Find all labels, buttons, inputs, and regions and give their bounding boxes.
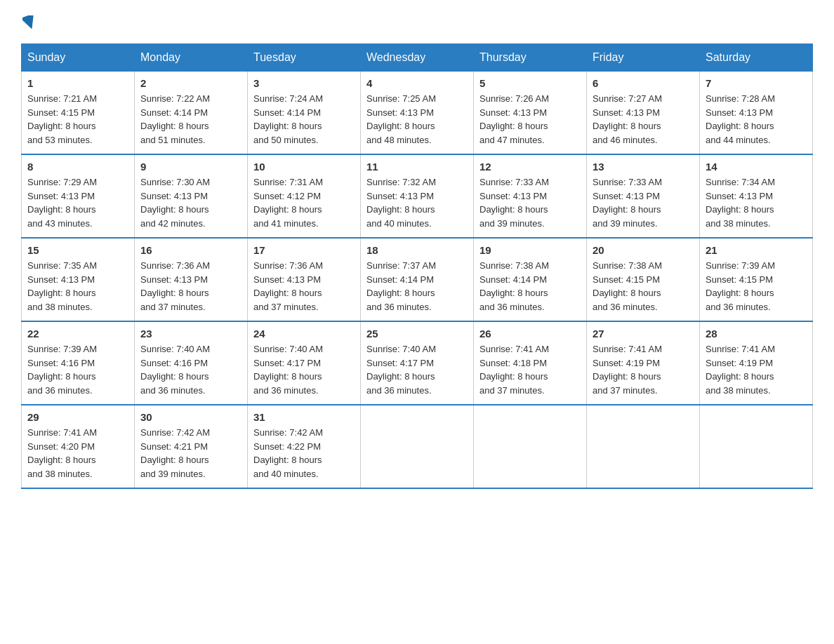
calendar-cell: 17 Sunrise: 7:36 AM Sunset: 4:13 PM Dayl… xyxy=(248,238,361,321)
calendar-cell: 28 Sunrise: 7:41 AM Sunset: 4:19 PM Dayl… xyxy=(700,321,813,405)
day-number: 5 xyxy=(479,77,581,89)
calendar-cell: 1 Sunrise: 7:21 AM Sunset: 4:15 PM Dayli… xyxy=(22,72,135,155)
calendar-cell: 16 Sunrise: 7:36 AM Sunset: 4:13 PM Dayl… xyxy=(135,238,248,321)
day-info: Sunrise: 7:38 AM Sunset: 4:15 PM Dayligh… xyxy=(593,259,694,314)
day-info: Sunrise: 7:25 AM Sunset: 4:13 PM Dayligh… xyxy=(366,92,468,147)
calendar-table: SundayMondayTuesdayWednesdayThursdayFrid… xyxy=(21,43,813,489)
day-info: Sunrise: 7:29 AM Sunset: 4:13 PM Dayligh… xyxy=(27,175,128,230)
day-info: Sunrise: 7:41 AM Sunset: 4:18 PM Dayligh… xyxy=(479,342,581,397)
calendar-week-1: 1 Sunrise: 7:21 AM Sunset: 4:15 PM Dayli… xyxy=(22,72,813,155)
weekday-header-monday: Monday xyxy=(135,44,248,72)
day-info: Sunrise: 7:32 AM Sunset: 4:13 PM Dayligh… xyxy=(366,175,468,230)
day-info: Sunrise: 7:22 AM Sunset: 4:14 PM Dayligh… xyxy=(140,92,241,147)
day-info: Sunrise: 7:27 AM Sunset: 4:13 PM Dayligh… xyxy=(593,92,694,147)
weekday-header-tuesday: Tuesday xyxy=(248,44,361,72)
calendar-cell: 4 Sunrise: 7:25 AM Sunset: 4:13 PM Dayli… xyxy=(361,72,474,155)
calendar-cell: 6 Sunrise: 7:27 AM Sunset: 4:13 PM Dayli… xyxy=(587,72,700,155)
day-number: 14 xyxy=(706,161,807,173)
calendar-cell: 21 Sunrise: 7:39 AM Sunset: 4:15 PM Dayl… xyxy=(700,238,813,321)
day-number: 17 xyxy=(253,244,355,256)
day-number: 12 xyxy=(479,161,581,173)
day-info: Sunrise: 7:28 AM Sunset: 4:13 PM Dayligh… xyxy=(706,92,807,147)
day-info: Sunrise: 7:39 AM Sunset: 4:15 PM Dayligh… xyxy=(706,259,807,314)
logo xyxy=(21,14,37,29)
day-number: 16 xyxy=(140,244,241,256)
weekday-header-thursday: Thursday xyxy=(474,44,587,72)
day-number: 20 xyxy=(593,244,694,256)
day-number: 30 xyxy=(140,411,241,423)
calendar-cell: 30 Sunrise: 7:42 AM Sunset: 4:21 PM Dayl… xyxy=(135,405,248,488)
calendar-cell: 10 Sunrise: 7:31 AM Sunset: 4:12 PM Dayl… xyxy=(248,154,361,238)
calendar-cell: 8 Sunrise: 7:29 AM Sunset: 4:13 PM Dayli… xyxy=(22,154,135,238)
calendar-week-3: 15 Sunrise: 7:35 AM Sunset: 4:13 PM Dayl… xyxy=(22,238,813,321)
calendar-cell: 25 Sunrise: 7:40 AM Sunset: 4:17 PM Dayl… xyxy=(361,321,474,405)
svg-marker-0 xyxy=(22,15,37,29)
day-number: 1 xyxy=(27,77,128,89)
calendar-cell: 9 Sunrise: 7:30 AM Sunset: 4:13 PM Dayli… xyxy=(135,154,248,238)
day-number: 10 xyxy=(253,161,355,173)
day-info: Sunrise: 7:35 AM Sunset: 4:13 PM Dayligh… xyxy=(27,259,128,314)
calendar-cell: 7 Sunrise: 7:28 AM Sunset: 4:13 PM Dayli… xyxy=(700,72,813,155)
weekday-header-friday: Friday xyxy=(587,44,700,72)
calendar-cell xyxy=(587,405,700,488)
day-info: Sunrise: 7:40 AM Sunset: 4:17 PM Dayligh… xyxy=(366,342,468,397)
day-number: 21 xyxy=(706,244,807,256)
day-info: Sunrise: 7:37 AM Sunset: 4:14 PM Dayligh… xyxy=(366,259,468,314)
day-info: Sunrise: 7:38 AM Sunset: 4:14 PM Dayligh… xyxy=(479,259,581,314)
calendar-cell: 31 Sunrise: 7:42 AM Sunset: 4:22 PM Dayl… xyxy=(248,405,361,488)
calendar-cell: 26 Sunrise: 7:41 AM Sunset: 4:18 PM Dayl… xyxy=(474,321,587,405)
day-info: Sunrise: 7:41 AM Sunset: 4:20 PM Dayligh… xyxy=(27,426,128,481)
calendar-week-5: 29 Sunrise: 7:41 AM Sunset: 4:20 PM Dayl… xyxy=(22,405,813,488)
day-info: Sunrise: 7:41 AM Sunset: 4:19 PM Dayligh… xyxy=(706,342,807,397)
day-info: Sunrise: 7:42 AM Sunset: 4:21 PM Dayligh… xyxy=(140,426,241,481)
calendar-cell: 24 Sunrise: 7:40 AM Sunset: 4:17 PM Dayl… xyxy=(248,321,361,405)
day-number: 2 xyxy=(140,77,241,89)
weekday-header-sunday: Sunday xyxy=(22,44,135,72)
day-number: 4 xyxy=(366,77,468,89)
calendar-cell: 22 Sunrise: 7:39 AM Sunset: 4:16 PM Dayl… xyxy=(22,321,135,405)
day-number: 31 xyxy=(253,411,355,423)
day-info: Sunrise: 7:24 AM Sunset: 4:14 PM Dayligh… xyxy=(253,92,355,147)
day-number: 8 xyxy=(27,161,128,173)
calendar-cell: 15 Sunrise: 7:35 AM Sunset: 4:13 PM Dayl… xyxy=(22,238,135,321)
day-info: Sunrise: 7:21 AM Sunset: 4:15 PM Dayligh… xyxy=(27,92,128,147)
day-info: Sunrise: 7:34 AM Sunset: 4:13 PM Dayligh… xyxy=(706,175,807,230)
logo-triangle-icon xyxy=(22,15,37,29)
calendar-header: SundayMondayTuesdayWednesdayThursdayFrid… xyxy=(22,44,813,72)
calendar-cell: 29 Sunrise: 7:41 AM Sunset: 4:20 PM Dayl… xyxy=(22,405,135,488)
day-info: Sunrise: 7:36 AM Sunset: 4:13 PM Dayligh… xyxy=(140,259,241,314)
calendar-cell: 3 Sunrise: 7:24 AM Sunset: 4:14 PM Dayli… xyxy=(248,72,361,155)
day-number: 6 xyxy=(593,77,694,89)
day-info: Sunrise: 7:36 AM Sunset: 4:13 PM Dayligh… xyxy=(253,259,355,314)
calendar-cell: 2 Sunrise: 7:22 AM Sunset: 4:14 PM Dayli… xyxy=(135,72,248,155)
calendar-cell: 19 Sunrise: 7:38 AM Sunset: 4:14 PM Dayl… xyxy=(474,238,587,321)
day-info: Sunrise: 7:42 AM Sunset: 4:22 PM Dayligh… xyxy=(253,426,355,481)
day-info: Sunrise: 7:31 AM Sunset: 4:12 PM Dayligh… xyxy=(253,175,355,230)
day-number: 22 xyxy=(27,328,128,340)
day-number: 11 xyxy=(366,161,468,173)
day-number: 28 xyxy=(706,328,807,340)
page-header xyxy=(21,14,813,29)
calendar-cell xyxy=(700,405,813,488)
day-number: 23 xyxy=(140,328,241,340)
calendar-cell: 11 Sunrise: 7:32 AM Sunset: 4:13 PM Dayl… xyxy=(361,154,474,238)
day-number: 7 xyxy=(706,77,807,89)
day-info: Sunrise: 7:30 AM Sunset: 4:13 PM Dayligh… xyxy=(140,175,241,230)
day-info: Sunrise: 7:40 AM Sunset: 4:17 PM Dayligh… xyxy=(253,342,355,397)
calendar-week-4: 22 Sunrise: 7:39 AM Sunset: 4:16 PM Dayl… xyxy=(22,321,813,405)
day-info: Sunrise: 7:33 AM Sunset: 4:13 PM Dayligh… xyxy=(479,175,581,230)
day-number: 18 xyxy=(366,244,468,256)
day-info: Sunrise: 7:41 AM Sunset: 4:19 PM Dayligh… xyxy=(593,342,694,397)
day-number: 27 xyxy=(593,328,694,340)
calendar-cell xyxy=(474,405,587,488)
day-number: 3 xyxy=(253,77,355,89)
day-info: Sunrise: 7:26 AM Sunset: 4:13 PM Dayligh… xyxy=(479,92,581,147)
calendar-cell: 14 Sunrise: 7:34 AM Sunset: 4:13 PM Dayl… xyxy=(700,154,813,238)
weekday-header-saturday: Saturday xyxy=(700,44,813,72)
day-number: 24 xyxy=(253,328,355,340)
calendar-cell: 23 Sunrise: 7:40 AM Sunset: 4:16 PM Dayl… xyxy=(135,321,248,405)
calendar-cell: 12 Sunrise: 7:33 AM Sunset: 4:13 PM Dayl… xyxy=(474,154,587,238)
calendar-cell xyxy=(361,405,474,488)
day-number: 29 xyxy=(27,411,128,423)
weekday-header-wednesday: Wednesday xyxy=(361,44,474,72)
